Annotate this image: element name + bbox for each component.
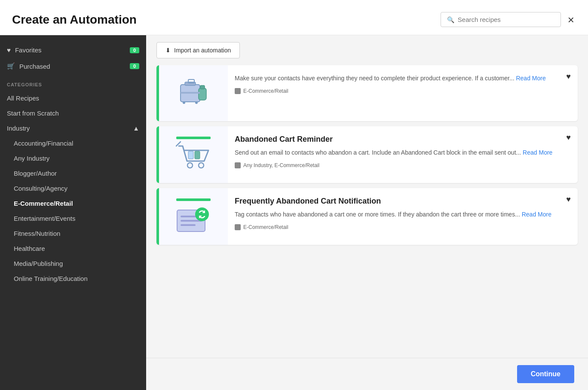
- svg-point-7: [195, 101, 198, 104]
- modal: Create an Automation 🔍 × ♥ Favorites 0 🛒: [0, 0, 588, 390]
- recipe-image-2: [159, 188, 228, 245]
- download-icon: ⬇: [165, 47, 171, 54]
- recipe-tag-text-1: Any Industry, E-Commerce/Retail: [243, 162, 319, 168]
- favorite-button-1[interactable]: ♥: [566, 133, 571, 142]
- sidebar-item-all-recipes[interactable]: All Recipes: [0, 91, 146, 106]
- recipe-tag-text-0: E-Commerce/Retail: [243, 88, 288, 94]
- modal-title: Create an Automation: [12, 13, 137, 27]
- svg-point-9: [187, 163, 193, 168]
- svg-rect-11: [188, 151, 193, 159]
- search-icon: 🔍: [447, 16, 454, 23]
- read-more-link-0[interactable]: Read More: [516, 75, 545, 82]
- svg-point-6: [183, 101, 185, 104]
- recipe-desc-2: Tag contacts who have abandoned a cart o…: [235, 210, 569, 219]
- recipe-info-2: Frequently Abandoned Cart Notification T…: [228, 188, 578, 245]
- sidebar-item-consulting[interactable]: Consulting/Agency: [7, 181, 146, 196]
- sidebar-item-blogger[interactable]: Blogger/Author: [7, 166, 146, 181]
- favorite-button-0[interactable]: ♥: [566, 72, 571, 81]
- recipe-desc-1: Send out an email to contacts who abando…: [235, 148, 569, 157]
- favorites-badge: 0: [130, 47, 139, 53]
- recipe-card-2: Frequently Abandoned Cart Notification T…: [156, 188, 578, 245]
- modal-body: ♥ Favorites 0 🛒 Purchased 0 CATEGORIES A…: [0, 35, 588, 390]
- svg-rect-3: [199, 88, 206, 100]
- svg-rect-4: [200, 85, 205, 89]
- recipes-list: Make sure your contacts have everything …: [146, 65, 588, 358]
- recipe-title-1: Abandoned Cart Reminder: [235, 135, 569, 144]
- categories-label: CATEGORIES: [0, 74, 146, 91]
- search-box: 🔍: [441, 12, 561, 27]
- recipe-desc-0: Make sure your contacts have everything …: [235, 74, 569, 83]
- main-content: ⬇ Import an automation: [146, 35, 588, 390]
- purchased-badge: 0: [130, 63, 139, 69]
- recipe-card-partial: Make sure your contacts have everything …: [156, 65, 578, 121]
- sidebar-item-media[interactable]: Media/Publishing: [7, 256, 146, 271]
- svg-point-19: [195, 207, 209, 221]
- recipe-title-2: Frequently Abandoned Cart Notification: [235, 197, 569, 206]
- chevron-up-icon: ▲: [133, 125, 139, 132]
- content-actions: ⬇ Import an automation: [146, 35, 588, 65]
- svg-rect-12: [195, 151, 200, 159]
- tag-icon-0: [235, 88, 241, 94]
- recipe-image-0: [159, 65, 228, 121]
- import-automation-button[interactable]: ⬇ Import an automation: [156, 42, 240, 58]
- favorites-label: Favorites: [15, 46, 42, 54]
- sidebar-item-industry[interactable]: Industry ▲: [0, 121, 146, 136]
- header-right: 🔍 ×: [441, 12, 574, 27]
- purchased-label: Purchased: [19, 63, 50, 70]
- industry-sub-items: Accounting/Financial Any Industry Blogge…: [0, 136, 146, 286]
- cart-icon: 🛒: [7, 62, 15, 70]
- svg-point-10: [199, 163, 204, 168]
- recipe-info-0: Make sure your contacts have everything …: [228, 65, 578, 121]
- svg-rect-18: [181, 224, 196, 226]
- recipe-card-1: Abandoned Cart Reminder Send out an emai…: [156, 126, 578, 183]
- sidebar-item-fitness[interactable]: Fitness/Nutrition: [7, 226, 146, 241]
- recipe-tags-0: E-Commerce/Retail: [235, 88, 569, 94]
- sidebar-item-online-training[interactable]: Online Training/Education: [7, 271, 146, 286]
- sidebar-item-purchased[interactable]: 🛒 Purchased 0: [0, 58, 146, 74]
- sidebar: ♥ Favorites 0 🛒 Purchased 0 CATEGORIES A…: [0, 35, 146, 390]
- read-more-link-2[interactable]: Read More: [522, 211, 551, 218]
- sidebar-item-any-industry[interactable]: Any Industry: [7, 151, 146, 166]
- svg-rect-14: [176, 198, 211, 201]
- recipe-illustration-1: [172, 133, 215, 176]
- svg-rect-8: [176, 137, 211, 139]
- close-button[interactable]: ×: [568, 14, 574, 25]
- heart-icon: ♥: [7, 46, 11, 54]
- sidebar-item-start-scratch[interactable]: Start from Scratch: [0, 106, 146, 121]
- sidebar-item-ecommerce[interactable]: E-Commerce/Retail: [7, 196, 146, 211]
- recipe-tags-1: Any Industry, E-Commerce/Retail: [235, 162, 569, 168]
- industry-label: Industry: [7, 125, 30, 132]
- tag-icon-1: [235, 162, 241, 168]
- favorite-button-2[interactable]: ♥: [566, 195, 571, 204]
- sidebar-item-healthcare[interactable]: Healthcare: [7, 241, 146, 256]
- recipe-illustration-0: [172, 72, 215, 115]
- modal-footer: Continue: [146, 358, 588, 390]
- continue-button[interactable]: Continue: [517, 365, 574, 383]
- search-input[interactable]: [458, 16, 554, 23]
- recipe-illustration-2: [172, 195, 215, 238]
- recipe-info-1: Abandoned Cart Reminder Send out an emai…: [228, 126, 578, 183]
- recipe-tags-2: E-Commerce/Retail: [235, 224, 569, 230]
- sidebar-item-entertainment[interactable]: Entertainment/Events: [7, 211, 146, 226]
- sidebar-item-favorites[interactable]: ♥ Favorites 0: [0, 42, 146, 58]
- sidebar-item-accounting[interactable]: Accounting/Financial: [7, 136, 146, 151]
- modal-header: Create an Automation 🔍 ×: [0, 0, 588, 35]
- recipe-image-1: [159, 126, 228, 183]
- tag-icon-2: [235, 224, 241, 230]
- read-more-link-1[interactable]: Read More: [523, 149, 552, 156]
- svg-rect-5: [181, 92, 200, 94]
- import-btn-label: Import an automation: [174, 47, 231, 54]
- recipe-tag-text-2: E-Commerce/Retail: [243, 224, 288, 230]
